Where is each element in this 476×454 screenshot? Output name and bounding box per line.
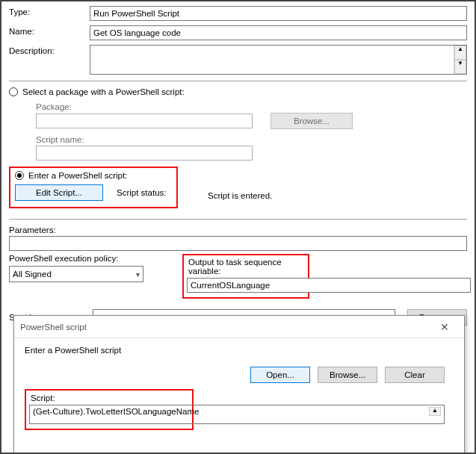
name-row: Name: <box>9 25 467 40</box>
open-button[interactable]: Open... <box>250 367 310 383</box>
radio-icon[interactable] <box>15 171 24 180</box>
script-status-label: Script status: <box>117 188 166 197</box>
name-field[interactable] <box>90 25 467 40</box>
package-section: Package: Browse... Script name: <box>9 102 467 161</box>
radio-enter-script-label: Enter a PowerShell script: <box>28 171 127 180</box>
highlight-script: Script: (Get-Culture).TwoLetterISOLangua… <box>25 389 194 430</box>
highlight-output-variable: Output to task sequence variable: <box>182 254 309 299</box>
chevron-down-icon: ▾ <box>136 270 140 279</box>
policy-select-value: All Signed <box>13 270 52 279</box>
dialog-title: PowerShell script <box>20 323 87 332</box>
scroll-down-icon[interactable]: ▼ <box>454 60 466 74</box>
description-row: Description: ▲ ▼ <box>9 45 467 75</box>
separator <box>9 219 467 220</box>
package-browse-button: Browse... <box>271 113 353 129</box>
name-label: Name: <box>9 25 90 36</box>
policy-select[interactable]: All Signed ▾ <box>9 266 143 282</box>
powershell-script-dialog: PowerShell script ✕ Enter a PowerShell s… <box>13 315 465 454</box>
radio-enter-script[interactable]: Enter a PowerShell script: <box>15 171 172 180</box>
scriptname-label: Script name: <box>36 135 467 144</box>
scroll-up-icon[interactable]: ▲ <box>454 46 466 60</box>
dialog-browse-button[interactable]: Browse... <box>318 367 377 383</box>
type-field[interactable] <box>90 6 467 21</box>
highlight-enter-script: Enter a PowerShell script: Edit Script..… <box>9 167 178 208</box>
clear-button[interactable]: Clear <box>385 367 445 383</box>
scroll-up-icon[interactable]: ▲ <box>429 407 441 416</box>
description-label: Description: <box>9 45 90 55</box>
description-field[interactable]: ▲ ▼ <box>90 45 467 75</box>
close-icon[interactable]: ✕ <box>431 318 458 336</box>
package-label: Package: <box>36 102 467 111</box>
parameters-label: Parameters: <box>9 226 467 234</box>
type-row: Type: <box>9 6 467 21</box>
type-label: Type: <box>9 6 90 16</box>
script-label: Script: <box>31 394 188 402</box>
output-variable-label: Output to task sequence variable: <box>188 258 303 276</box>
package-field <box>36 114 253 128</box>
output-variable-field[interactable] <box>187 278 471 293</box>
radio-icon[interactable] <box>9 87 18 96</box>
radio-select-package-label: Select a package with a PowerShell scrip… <box>22 87 185 96</box>
parameters-field[interactable] <box>9 236 467 251</box>
script-textarea[interactable]: (Get-Culture).TwoLetterISOLanguageName ▲ <box>29 405 445 424</box>
dialog-prompt: Enter a PowerShell script <box>25 346 454 355</box>
scriptname-field <box>36 146 253 161</box>
separator <box>9 81 467 81</box>
edit-script-button[interactable]: Edit Script... <box>15 184 103 201</box>
policy-label: PowerShell execution policy: <box>9 254 158 263</box>
radio-select-package[interactable]: Select a package with a PowerShell scrip… <box>9 87 467 96</box>
script-content: (Get-Culture).TwoLetterISOLanguageName <box>33 407 199 416</box>
properties-panel: Type: Name: Description: ▲ ▼ Sele <box>0 0 476 454</box>
script-status-value: Script is entered. <box>208 191 272 200</box>
